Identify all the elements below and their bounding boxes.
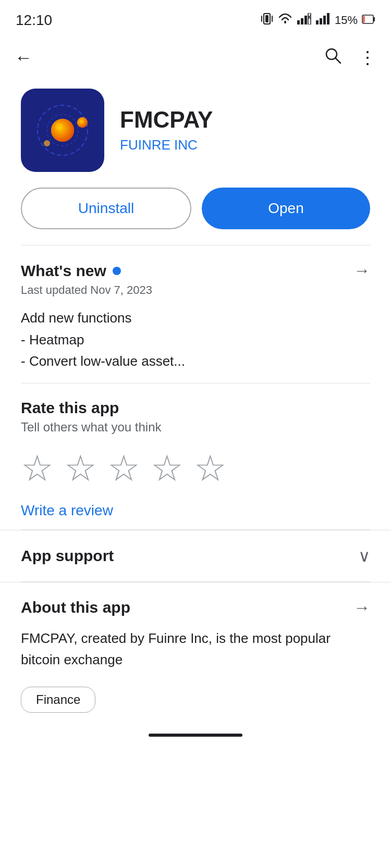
svg-rect-10 [316,20,319,24]
whats-new-line3: - Convert low-value asset... [21,353,185,369]
category-tag[interactable]: Finance [21,687,95,713]
about-title: About this app [21,599,130,616]
back-button[interactable]: ← [15,47,32,68]
more-options-button[interactable]: ⋮ [359,47,376,68]
app-icon [21,89,104,172]
svg-line-18 [335,58,340,63]
status-time: 12:10 [16,12,52,29]
svg-text:X: X [308,15,311,20]
svg-rect-11 [320,18,322,24]
svg-point-22 [51,119,74,142]
app-header: FMCPAY FUINRE INC [0,78,391,188]
svg-rect-15 [373,17,375,21]
about-description: FMCPAY, created by Fuinre Inc, is the mo… [21,628,370,671]
app-support-title: App support [21,547,114,565]
nav-bar: ← ⋮ [0,36,391,78]
nav-right-icons: ⋮ [323,46,376,69]
whats-new-title: What's new [21,262,106,280]
app-name: FMCPAY [120,107,213,132]
svg-rect-16 [363,16,365,23]
svg-rect-7 [304,16,307,24]
search-button[interactable] [323,46,342,69]
whats-new-section: What's new → Last updated Nov 7, 2023 Ad… [0,245,391,383]
write-review-button[interactable]: Write a review [21,502,113,519]
new-indicator-dot [113,267,121,275]
status-icons: X 15% [261,11,375,29]
battery-icon [362,14,375,27]
rate-subtitle: Tell others what you think [21,420,370,435]
open-button[interactable]: Open [202,188,370,229]
vibrate-icon [261,11,273,29]
star-5[interactable]: ☆ [194,450,227,487]
svg-rect-1 [265,15,268,22]
star-4[interactable]: ☆ [151,450,184,487]
app-developer: FUINRE INC [120,137,213,153]
app-support-chevron: ∨ [358,546,370,566]
whats-new-arrow[interactable]: → [353,261,370,280]
whats-new-header: What's new → [21,261,370,280]
status-bar: 12:10 [0,0,391,36]
rate-section: Rate this app Tell others what you think… [0,383,391,529]
svg-rect-13 [327,13,329,24]
whats-new-date: Last updated Nov 7, 2023 [21,283,370,297]
about-header: About this app → [21,598,370,617]
battery-text: 15% [335,14,358,27]
signal-icon: X [297,13,312,28]
svg-point-4 [284,21,286,23]
whats-new-line2: - Heatmap [21,332,84,348]
whats-new-line1: Add new functions [21,310,131,326]
svg-rect-5 [297,20,300,24]
svg-point-23 [55,123,63,130]
uninstall-button[interactable]: Uninstall [21,188,191,229]
about-arrow[interactable]: → [353,598,370,617]
stars-row: ☆ ☆ ☆ ☆ ☆ [21,450,370,487]
svg-rect-12 [323,16,326,24]
wifi-icon [277,13,293,28]
whats-new-content: Add new functions - Heatmap - Convert lo… [21,307,370,373]
star-3[interactable]: ☆ [107,450,140,487]
star-1[interactable]: ☆ [21,450,54,487]
action-buttons: Uninstall Open [0,188,391,245]
home-indicator-bar [149,734,242,737]
svg-rect-6 [301,18,303,24]
app-info: FMCPAY FUINRE INC [120,107,213,153]
rate-title: Rate this app [21,399,370,417]
bottom-indicator [0,723,391,745]
signal2-icon [316,13,331,28]
whats-new-title-row: What's new [21,262,121,280]
about-section: About this app → FMCPAY, created by Fuin… [0,582,391,723]
svg-point-25 [77,117,88,128]
app-support-section[interactable]: App support ∨ [0,530,391,581]
star-2[interactable]: ☆ [64,450,97,487]
svg-point-26 [44,140,50,146]
